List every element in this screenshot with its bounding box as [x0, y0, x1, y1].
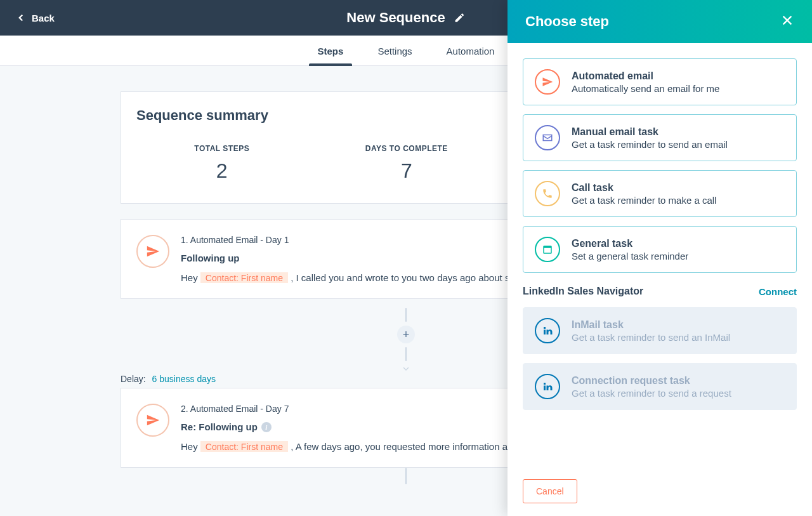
option-manual-email-task[interactable]: Manual email task Get a task reminder to…: [523, 114, 797, 161]
option-connection-request-task: Connection request task Get a task remin…: [523, 363, 797, 410]
tab-settings[interactable]: Settings: [377, 36, 412, 66]
option-desc: Get a task reminder to send a request: [572, 388, 731, 399]
option-title: Call task: [572, 182, 716, 194]
option-automated-email[interactable]: Automated email Automatically send an em…: [523, 58, 797, 105]
option-desc: Set a general task reminder: [572, 251, 688, 261]
linkedin-icon: [535, 374, 560, 399]
tab-automation[interactable]: Automation: [447, 36, 495, 66]
paper-plane-icon: [136, 235, 169, 268]
delay-row: Delay: 6 business days: [121, 374, 216, 384]
connector-line: [405, 308, 407, 322]
option-inmail-task: InMail task Get a task reminder to send …: [523, 307, 797, 354]
option-title: Connection request task: [572, 375, 731, 387]
personalization-token: Contact: First name: [200, 441, 288, 452]
title-wrap: New Sequence: [346, 10, 465, 26]
calendar-icon: [535, 237, 560, 262]
envelope-icon: [535, 125, 560, 150]
choose-step-panel: Choose step Automated email Automaticall…: [508, 0, 812, 516]
linkedin-section-header: LinkedIn Sales Navigator Connect: [523, 286, 797, 297]
connector-line: [405, 468, 407, 484]
panel-footer: Cancel: [508, 466, 812, 516]
paper-plane-icon: [136, 404, 169, 437]
add-step-button[interactable]: +: [397, 326, 415, 343]
option-title: Manual email task: [572, 126, 728, 138]
close-icon: [780, 13, 794, 27]
panel-body: Automated email Automatically send an em…: [508, 43, 812, 466]
sequence-title: New Sequence: [346, 10, 445, 26]
option-title: InMail task: [572, 319, 730, 331]
paper-plane-icon: [535, 69, 560, 95]
option-title: Automated email: [572, 70, 719, 82]
panel-title: Choose step: [525, 13, 609, 30]
delay-value[interactable]: 6 business days: [152, 374, 216, 384]
delay-label: Delay:: [121, 374, 146, 384]
edit-title-icon[interactable]: [454, 12, 466, 23]
connector-line: [405, 347, 407, 361]
close-button[interactable]: [780, 13, 794, 30]
chevron-left-icon: [15, 12, 27, 23]
option-call-task[interactable]: Call task Get a task reminder to make a …: [523, 170, 797, 217]
cancel-button[interactable]: Cancel: [523, 479, 577, 503]
info-icon[interactable]: i: [261, 422, 272, 432]
stat-days-to-complete: DAYS TO COMPLETE 7: [365, 144, 448, 183]
stat-total-steps: TOTAL STEPS 2: [194, 144, 249, 183]
option-general-task[interactable]: General task Set a general task reminder: [523, 226, 797, 273]
option-desc: Get a task reminder to make a call: [572, 195, 716, 206]
linkedin-icon: [535, 318, 560, 343]
arrow-down-icon: [401, 361, 411, 376]
panel-header: Choose step: [508, 0, 812, 43]
personalization-token: Contact: First name: [200, 272, 288, 283]
phone-icon: [535, 181, 560, 206]
tab-steps[interactable]: Steps: [318, 36, 344, 66]
linkedin-section-title: LinkedIn Sales Navigator: [523, 286, 643, 297]
connect-link[interactable]: Connect: [759, 286, 797, 297]
option-desc: Automatically send an email for me: [572, 83, 719, 94]
back-label: Back: [32, 13, 55, 23]
option-title: General task: [572, 238, 688, 249]
option-desc: Get a task reminder to send an InMail: [572, 332, 730, 343]
back-button[interactable]: Back: [15, 12, 55, 23]
option-desc: Get a task reminder to send an email: [572, 139, 728, 150]
